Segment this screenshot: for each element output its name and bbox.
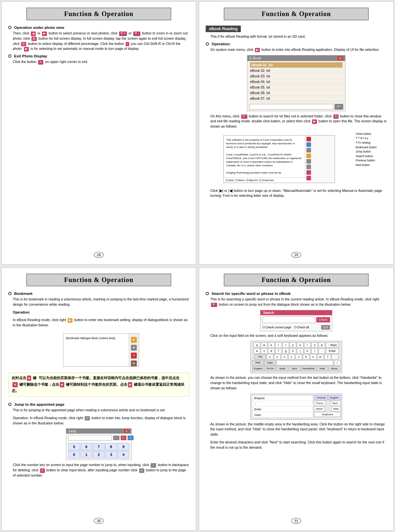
kb-l[interactable]: l bbox=[311, 348, 318, 354]
kb-w[interactable]: w bbox=[261, 342, 267, 348]
search-text-input[interactable] bbox=[262, 317, 315, 323]
kb-hide[interactable]: Hide bbox=[317, 366, 328, 371]
kb-bspc[interactable]: ←Bspc bbox=[326, 342, 339, 348]
kb-b[interactable]: b bbox=[303, 354, 309, 359]
kb-e[interactable]: e bbox=[268, 342, 275, 348]
rb-bigfont-radio[interactable] bbox=[246, 179, 248, 181]
kb-move[interactable]: Move bbox=[329, 366, 340, 371]
num-btn-5[interactable]: 5 bbox=[68, 443, 80, 450]
hw-assn[interactable]: Assn. bbox=[252, 412, 313, 418]
jump-clear-btn[interactable]: C bbox=[121, 436, 126, 440]
ebook-ui-close-btn[interactable]: ✕ bbox=[337, 56, 343, 60]
kb-wubi[interactable]: WuBi bbox=[277, 366, 288, 371]
kb-enter[interactable]: Enter bbox=[326, 348, 339, 354]
num-btn-7[interactable]: 7 bbox=[93, 443, 105, 450]
num-btn-3[interactable]: 3 bbox=[105, 451, 117, 458]
kb-shift[interactable]: Shift bbox=[252, 360, 263, 365]
kb-x2[interactable]: x bbox=[281, 354, 288, 359]
kb-dash[interactable]: - bbox=[319, 348, 325, 354]
kb-n[interactable]: n bbox=[310, 354, 317, 359]
jump-backspace-btn[interactable]: ← bbox=[113, 436, 119, 440]
kb-z[interactable]: z bbox=[274, 354, 281, 359]
kb-pinyin[interactable]: PinYin bbox=[264, 366, 276, 371]
ebook-file-item-1[interactable]: eBook 01. txt bbox=[250, 62, 343, 68]
tts2-btn-icon[interactable] bbox=[306, 148, 311, 153]
tts-btn-icon[interactable] bbox=[306, 142, 311, 147]
kb-f[interactable]: f bbox=[275, 348, 282, 354]
ebook-file-item-5[interactable]: eBook 05. txt bbox=[250, 85, 343, 90]
num-btn-8[interactable]: 8 bbox=[105, 443, 117, 450]
kb-r[interactable]: r bbox=[275, 342, 282, 348]
bm-red-btn[interactable]: ✕ bbox=[131, 353, 137, 358]
kb-x[interactable]: x bbox=[267, 354, 273, 359]
hw-enter[interactable]: Enter bbox=[252, 407, 313, 412]
num-btn-1[interactable]: 1 bbox=[81, 451, 93, 458]
rb-menu-radio[interactable] bbox=[235, 179, 238, 181]
search-sidebar-btn-icon[interactable] bbox=[306, 165, 311, 169]
num-btn-9[interactable]: 9 bbox=[117, 443, 129, 450]
bm-orange-btn[interactable]: ▶ bbox=[131, 337, 137, 343]
kb-i[interactable]: i bbox=[304, 342, 311, 348]
hw-back[interactable]: ← bbox=[252, 401, 313, 407]
bookmark-btn-icon[interactable] bbox=[306, 153, 311, 158]
hw-keyboard-btn[interactable]: Keyboard bbox=[314, 412, 341, 417]
kb-slash[interactable]: / bbox=[334, 360, 341, 365]
ebook-search-btn[interactable]: 🔍 bbox=[335, 104, 343, 110]
jump-page-input[interactable] bbox=[68, 435, 112, 440]
kb-j[interactable]: j bbox=[297, 348, 303, 354]
kb-d[interactable]: d bbox=[268, 348, 275, 354]
hw-chinese-btn[interactable]: Chinese bbox=[314, 395, 328, 400]
ebook-search-input[interactable] bbox=[249, 104, 333, 110]
bm-grey-btn-1[interactable]: ■ bbox=[131, 345, 137, 351]
num-btn-0[interactable]: 0 bbox=[68, 451, 80, 458]
kb-space[interactable] bbox=[276, 360, 333, 365]
rb-smallfont-radio[interactable] bbox=[259, 179, 261, 181]
ebook-file-item-4[interactable]: eBook 04. txt bbox=[250, 79, 343, 85]
ebook-file-item-2[interactable]: eBook 02. txt bbox=[250, 68, 343, 73]
ebook-file-item-3[interactable]: eBook 03. txt bbox=[250, 73, 343, 79]
kb-num[interactable]: Num bbox=[289, 366, 300, 371]
num-btn-2[interactable]: 2 bbox=[93, 451, 105, 458]
kb-g[interactable]: g bbox=[282, 348, 289, 354]
kb-t[interactable]: t bbox=[282, 342, 289, 348]
kb-v[interactable]: v bbox=[296, 354, 302, 359]
ebook-file-item-6[interactable]: eBook 06. txt bbox=[250, 90, 343, 96]
rb-auto-radio[interactable] bbox=[226, 179, 228, 181]
kb-caps[interactable]: Caps bbox=[264, 360, 276, 365]
kb-colon[interactable]: : bbox=[332, 354, 338, 359]
ebook-file-item-7[interactable]: eBook 07. txt bbox=[250, 96, 343, 101]
kb-y[interactable]: y bbox=[290, 342, 296, 348]
next-sidebar-btn-icon[interactable] bbox=[306, 176, 311, 180]
kb-u[interactable]: u bbox=[297, 342, 303, 348]
kb-question[interactable]: ? bbox=[324, 354, 331, 359]
kb-c[interactable]: c bbox=[288, 354, 295, 359]
hw-punct-btn[interactable]: Punct. bbox=[314, 401, 326, 406]
kb-k[interactable]: k bbox=[304, 348, 311, 354]
kb-a[interactable]: a bbox=[254, 348, 260, 354]
kb-handwrite[interactable]: HandWrite bbox=[301, 366, 316, 371]
kb-h[interactable]: h bbox=[290, 348, 296, 354]
num-btn-4[interactable]: 4 bbox=[117, 451, 129, 458]
kb-m[interactable]: m bbox=[317, 354, 324, 359]
search-all-radio[interactable] bbox=[294, 326, 296, 328]
jump-close-btn[interactable]: ✕ bbox=[124, 429, 129, 433]
check-btn[interactable]: Check bbox=[316, 317, 330, 322]
kb-p[interactable]: p bbox=[319, 342, 325, 348]
hw-bspace[interactable]: BSpace bbox=[252, 396, 313, 401]
hw-english-btn[interactable]: English bbox=[328, 395, 341, 400]
kb-q[interactable]: q bbox=[254, 342, 260, 348]
prev-sidebar-btn-icon[interactable] bbox=[306, 170, 311, 175]
kb-o[interactable]: o bbox=[311, 342, 318, 348]
hw-hide-btn[interactable]: Hide bbox=[331, 406, 341, 411]
close-btn-icon[interactable] bbox=[306, 137, 311, 141]
kb-s[interactable]: s bbox=[261, 348, 267, 354]
jump-confirm-btn[interactable]: ↩ bbox=[128, 436, 134, 440]
hw-num-btn[interactable]: Num. bbox=[330, 401, 341, 406]
search-exit-btn[interactable]: Exit bbox=[321, 325, 330, 330]
bm-brown-btn[interactable]: ■ bbox=[131, 360, 137, 366]
kb-english[interactable]: English bbox=[252, 366, 264, 371]
jump-btn-icon[interactable] bbox=[306, 159, 311, 164]
num-btn-6[interactable]: 6 bbox=[81, 443, 93, 450]
hw-move-btn[interactable]: Move bbox=[314, 406, 325, 411]
search-current-radio[interactable] bbox=[262, 326, 265, 328]
